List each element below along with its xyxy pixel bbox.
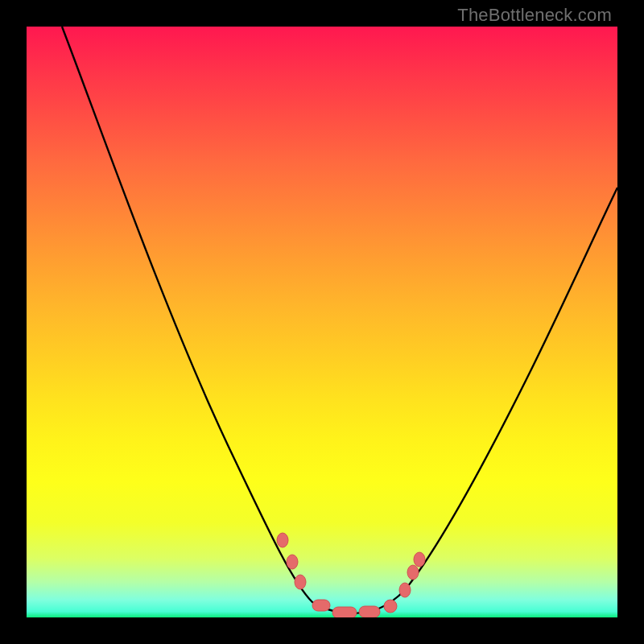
marker-dot — [277, 533, 288, 547]
marker-dot — [295, 575, 306, 589]
marker-dot — [384, 600, 397, 613]
bottleneck-curve-right — [349, 188, 617, 613]
marker-dot — [414, 552, 425, 567]
marker-dot — [407, 565, 419, 580]
bottleneck-curve-left — [62, 27, 357, 613]
chart-plot-area — [27, 27, 617, 617]
marker-group — [277, 533, 425, 617]
marker-dot — [287, 555, 298, 569]
watermark-text: TheBottleneck.com — [457, 5, 612, 26]
marker-pill — [312, 600, 330, 611]
chart-curve-layer — [27, 27, 617, 617]
marker-pill — [359, 606, 380, 617]
marker-pill — [332, 607, 357, 617]
marker-dot — [399, 583, 411, 597]
